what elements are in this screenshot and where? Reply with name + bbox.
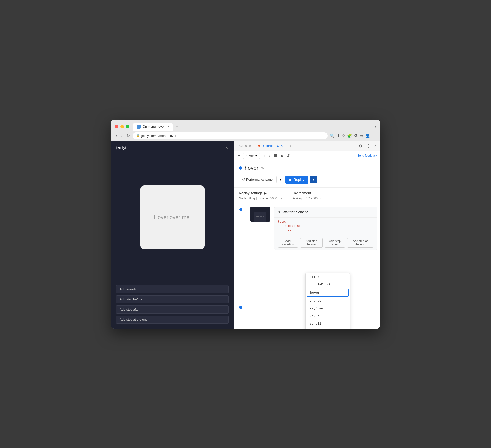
dropdown-item-scroll[interactable]: scroll xyxy=(306,320,350,328)
close-button[interactable] xyxy=(115,125,118,128)
performance-panel-icon: ↺ xyxy=(242,178,245,181)
thumb-text: Hover over me! xyxy=(256,216,264,217)
step-header: ▼ Wait for element ⋮ xyxy=(274,207,377,217)
add-step-after-btn[interactable]: Add step after xyxy=(325,238,345,248)
website-content: Hover over me! xyxy=(111,154,234,280)
recorder-tab-icon: ▲ xyxy=(276,144,279,148)
minimize-button[interactable] xyxy=(120,125,124,128)
add-recording-button[interactable]: + xyxy=(237,152,241,159)
lab-icon[interactable]: ⚗ xyxy=(354,133,358,138)
dropdown-item-keydown[interactable]: keyDown xyxy=(306,305,350,312)
theme-toggle-button[interactable]: ☀ xyxy=(225,145,229,150)
sel-key: sel... xyxy=(288,229,298,232)
environment-section: Environment Desktop | 461×660 px xyxy=(292,191,321,200)
tab-title: On menu hover xyxy=(143,125,165,128)
selectors-key: selectors: xyxy=(283,224,301,228)
send-feedback-link[interactable]: Send feedback xyxy=(357,154,377,157)
step-menu-button[interactable]: ⋮ xyxy=(369,209,373,215)
performance-panel-button[interactable]: ↺ Performance panel xyxy=(239,176,277,183)
replay-chevron-button[interactable]: ▾ xyxy=(310,176,317,183)
active-tab[interactable]: On menu hover × xyxy=(133,123,173,131)
steps-area: Hover over me! ▼ Wait for element ⋮ xyxy=(234,204,380,329)
recording-status-dot xyxy=(239,166,242,170)
rec-toolbar-icons: ↑ ↓ 🗑 ▶ ↺ xyxy=(263,152,291,159)
back-button[interactable]: ‹ xyxy=(115,132,118,139)
performance-panel-chevron[interactable]: ▾ xyxy=(278,176,283,183)
devtools-header-actions: ⚙ ⋮ × xyxy=(358,142,378,150)
new-tab-button[interactable]: + xyxy=(174,123,180,130)
website-panel: jec.fyi ☀ Hover over me! Add assertion A… xyxy=(111,141,234,329)
wait-for-element-card: ▼ Wait for element ⋮ type: selec xyxy=(274,207,377,250)
menu-icon[interactable]: ⋮ xyxy=(372,133,376,138)
step-thumbnail: Hover over me! xyxy=(250,207,270,222)
tab-favicon xyxy=(137,125,141,129)
recorder-close-icon[interactable]: × xyxy=(281,144,283,148)
hover-card[interactable]: Hover over me! xyxy=(140,185,205,249)
add-assertion-btn[interactable]: Add assertion xyxy=(278,238,298,248)
add-step-after-button[interactable]: Add step after xyxy=(116,305,229,314)
maximize-button[interactable] xyxy=(126,125,129,128)
tab-recorder-label: Recorder xyxy=(262,144,275,148)
recording-name-select[interactable]: hover ▾ xyxy=(243,153,260,159)
add-step-before-btn[interactable]: Add step before xyxy=(300,238,322,248)
tab-close-button[interactable]: × xyxy=(167,125,169,129)
browser-window: On menu hover × + › ‹ › ↻ 🔒 jec.fyi/demo… xyxy=(111,120,380,329)
extension-icon[interactable]: 🧩 xyxy=(347,133,352,138)
edit-title-icon[interactable]: ✎ xyxy=(261,166,264,170)
tab-chevron-icon: › xyxy=(375,124,376,129)
tablet-icon[interactable]: ▭ xyxy=(359,133,363,138)
tab-console[interactable]: Console xyxy=(236,141,255,150)
timeline-dot-bottom xyxy=(239,306,242,309)
dropdown-item-change[interactable]: change xyxy=(306,297,350,305)
delete-button[interactable]: 🗑 xyxy=(273,152,279,159)
reload-button[interactable]: ↻ xyxy=(126,132,131,139)
devtools-more-button[interactable]: ⋮ xyxy=(365,142,372,150)
tab-more-chevron[interactable]: » xyxy=(286,141,295,150)
step-collapse-icon[interactable]: ▼ xyxy=(278,210,281,214)
dropdown-item-keyup[interactable]: keyUp xyxy=(306,312,350,320)
replay-settings-title[interactable]: Replay settings ▶ xyxy=(239,191,282,195)
add-step-before-button[interactable]: Add step before xyxy=(116,295,229,303)
recording-title-row: hover ✎ xyxy=(239,165,375,171)
bookmark-icon[interactable]: ☆ xyxy=(342,133,345,138)
recording-name: hover xyxy=(246,154,254,158)
step-title: Wait for element xyxy=(283,210,308,214)
play-button[interactable]: ▶ xyxy=(280,152,284,159)
address-input[interactable]: 🔒 jec.fyi/demo/menu-hover xyxy=(133,132,328,139)
add-end-btn[interactable]: Add step at the end xyxy=(347,238,373,248)
download-button[interactable]: ↓ xyxy=(268,152,272,159)
dropdown-item-click[interactable]: click xyxy=(306,273,350,281)
replay-settings-section: Replay settings ▶ No throttling | Timeou… xyxy=(239,191,282,200)
replay-settings-row: Replay settings ▶ No throttling | Timeou… xyxy=(234,188,380,204)
timeout-label: Timeout: 5000 ms xyxy=(258,197,282,200)
title-bar: On menu hover × + › xyxy=(111,120,380,131)
timeline xyxy=(234,204,247,329)
search-icon[interactable]: 🔍 xyxy=(330,133,335,138)
action-buttons: ↺ Performance panel ▾ ▶ Replay ▾ xyxy=(239,176,375,184)
dropdown-item-doubleclick[interactable]: doubleClick xyxy=(306,281,350,288)
devtools-settings-button[interactable]: ⚙ xyxy=(358,142,364,150)
add-assertion-button[interactable]: Add assertion xyxy=(116,285,229,293)
tab-recorder[interactable]: Recorder ▲ × xyxy=(255,141,286,150)
share-icon[interactable]: ⬆ xyxy=(337,133,340,138)
type-line: type: xyxy=(278,220,373,224)
step-with-thumb: Hover over me! ▼ Wait for element ⋮ xyxy=(250,207,377,252)
add-step-end-button[interactable]: Add step at the end xyxy=(116,316,229,324)
devtools-panel: Console Recorder ▲ × » ⚙ ⋮ × + hover xyxy=(234,141,380,329)
steps-content: Hover over me! ▼ Wait for element ⋮ xyxy=(247,204,380,329)
replay-label: Replay xyxy=(294,178,304,182)
select-chevron-icon: ▾ xyxy=(255,154,257,158)
replay-button[interactable]: ▶ Replay xyxy=(285,176,308,184)
dropdown-item-close[interactable]: close xyxy=(306,328,350,329)
profile-icon[interactable]: 👤 xyxy=(365,133,370,138)
step-body: type: selectors: sel... xyxy=(274,217,377,236)
replay-play-icon: ▶ xyxy=(289,178,292,182)
replay-icon-button[interactable]: ↺ xyxy=(285,152,291,159)
forward-button[interactable]: › xyxy=(120,132,123,139)
devtools-close-button[interactable]: × xyxy=(373,142,378,149)
upload-button[interactable]: ↑ xyxy=(263,152,267,159)
address-bar: ‹ › ↻ 🔒 jec.fyi/demo/menu-hover 🔍 ⬆ ☆ 🧩 … xyxy=(111,131,380,141)
dropdown-item-hover[interactable]: hover xyxy=(307,289,349,297)
replay-settings-label: Replay settings xyxy=(239,191,263,195)
timeline-line xyxy=(241,204,241,329)
